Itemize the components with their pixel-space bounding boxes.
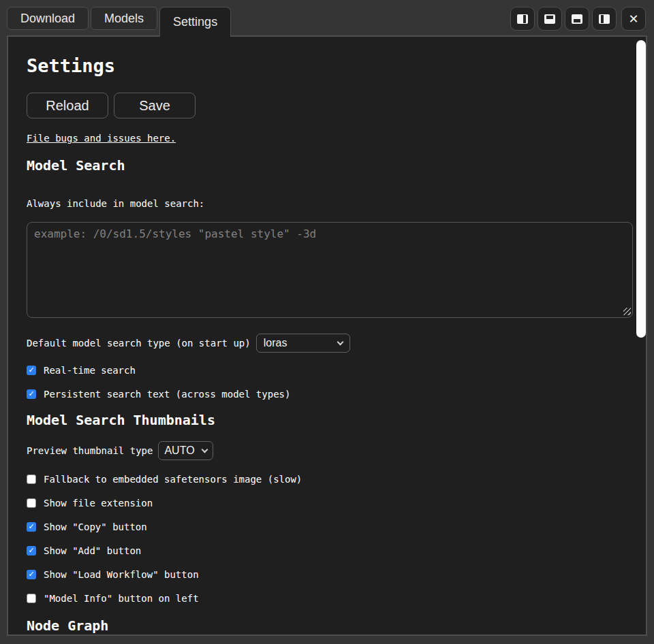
default-search-type-select[interactable]: loras (256, 334, 350, 353)
checkbox[interactable]: ✓ (27, 366, 36, 375)
bug-report-link[interactable]: File bugs and issues here. (27, 133, 176, 144)
tab-bar: DownloadModelsSettings ✕ (0, 0, 654, 35)
resize-grip-icon[interactable] (623, 308, 631, 315)
close-button[interactable]: ✕ (621, 7, 646, 31)
thumbnails-checkbox-group: Fallback to embedded safetensors image (… (27, 473, 626, 604)
checkbox-row[interactable]: ✓Show "Load Workflow" button (27, 568, 626, 580)
checkbox-label: Persistent search text (across model typ… (44, 389, 290, 400)
dock-right-icon (599, 14, 610, 24)
dock-top-icon (544, 14, 555, 24)
tab-strip: DownloadModelsSettings (7, 7, 233, 37)
always-include-label: Always include in model search: (27, 198, 626, 209)
page-title: Settings (27, 56, 626, 76)
checkbox[interactable]: ✓ (27, 389, 36, 399)
default-search-type-label: Default model search type (on start up) (27, 338, 251, 349)
settings-content: Settings Reload Save File bugs and issue… (8, 37, 646, 634)
checkbox-label: Show "Add" button (44, 545, 141, 556)
checkbox[interactable]: ✓ (27, 546, 36, 556)
checkbox-row[interactable]: ✓Real-time search (27, 364, 626, 376)
checkbox-row[interactable]: "Model Info" button on left (27, 592, 626, 604)
checkbox[interactable]: ✓ (27, 522, 36, 532)
preview-thumbnail-type-select[interactable]: AUTO (158, 441, 213, 460)
close-icon: ✕ (628, 13, 638, 25)
select-value: loras (264, 337, 287, 349)
section-heading-model-search: Model Search (27, 157, 626, 174)
dock-bottom-icon (572, 14, 582, 24)
always-include-textarea[interactable] (27, 222, 633, 318)
preview-thumbnail-type-row: Preview thumbnail type AUTO (27, 441, 626, 460)
chevron-down-icon (202, 446, 208, 453)
tab-download[interactable]: Download (7, 7, 89, 30)
settings-panel: Settings Reload Save File bugs and issue… (7, 35, 647, 636)
save-button[interactable]: Save (114, 93, 196, 118)
model-search-checkbox-group: ✓Real-time search✓Persistent search text… (27, 364, 626, 400)
checkbox-label: Show "Load Workflow" button (44, 569, 199, 580)
section-heading-thumbnails: Model Search Thumbnails (27, 412, 626, 428)
dock-left-icon (517, 14, 528, 24)
vertical-scrollbar-thumb[interactable] (636, 40, 646, 338)
always-include-field-wrap (27, 222, 633, 318)
select-value: AUTO (164, 445, 194, 457)
checkbox-label: Show "Copy" button (44, 521, 147, 532)
checkbox-row[interactable]: Fallback to embedded safetensors image (… (27, 473, 626, 485)
checkbox[interactable] (27, 498, 36, 508)
checkbox-label: Show file extension (44, 498, 153, 509)
tab-models[interactable]: Models (91, 7, 157, 30)
checkbox[interactable]: ✓ (27, 570, 36, 579)
default-search-type-row: Default model search type (on start up) … (27, 334, 626, 353)
window-controls: ✕ (508, 7, 646, 31)
dock-bottom-button[interactable] (565, 7, 589, 31)
checkbox-row[interactable]: ✓Show "Add" button (27, 545, 626, 556)
checkbox-label: Real-time search (44, 365, 136, 376)
checkbox-row[interactable]: Show file extension (27, 497, 626, 509)
chevron-down-icon (337, 338, 343, 345)
checkbox[interactable] (27, 474, 36, 484)
dock-right-button[interactable] (592, 7, 617, 31)
preview-thumbnail-type-label: Preview thumbnail type (27, 445, 153, 456)
checkbox-label: Fallback to embedded safetensors image (… (44, 474, 302, 485)
checkbox[interactable] (27, 594, 36, 603)
tab-settings[interactable]: Settings (159, 7, 231, 37)
checkbox-label: "Model Info" button on left (44, 593, 199, 604)
checkbox-row[interactable]: ✓Persistent search text (across model ty… (27, 388, 626, 400)
reload-button[interactable]: Reload (27, 93, 108, 118)
section-heading-node-graph: Node Graph (27, 617, 626, 634)
dock-top-button[interactable] (538, 7, 562, 31)
dock-left-button[interactable] (510, 7, 535, 31)
action-button-row: Reload Save (27, 93, 626, 118)
checkbox-row[interactable]: ✓Show "Copy" button (27, 521, 626, 532)
